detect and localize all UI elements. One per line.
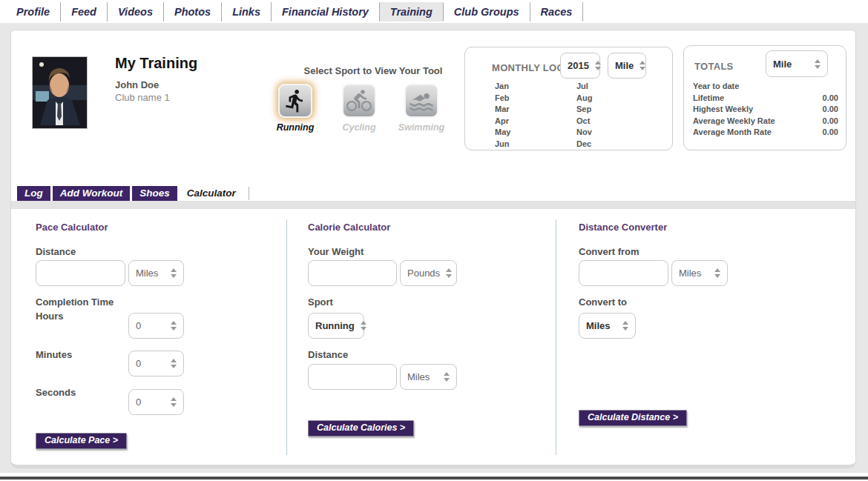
totals-label: Lifetime xyxy=(693,93,724,105)
page-title: My Training xyxy=(115,55,197,72)
month-mar: Mar xyxy=(495,104,510,116)
totals-title: TOTALS xyxy=(694,61,734,72)
weight-unit-select[interactable]: Pounds xyxy=(400,260,457,286)
month-jun: Jun xyxy=(495,139,510,150)
spinner-arrows-icon xyxy=(595,61,601,70)
seconds-select[interactable]: 0 xyxy=(128,389,184,415)
tab-training-label: Training xyxy=(390,6,433,18)
month-feb: Feb xyxy=(495,93,510,105)
swimming-icon[interactable] xyxy=(404,84,438,118)
tab-financial-history[interactable]: Financial History xyxy=(272,2,380,21)
running-icon[interactable] xyxy=(278,84,312,118)
tab-videos[interactable]: Videos xyxy=(108,2,164,21)
totals-label: Average Weekly Rate xyxy=(693,116,775,127)
tab-financial-history-label: Financial History xyxy=(282,6,369,18)
totals-value: 0.00 xyxy=(823,93,838,105)
month-sep: Sep xyxy=(576,104,592,116)
sport-value: Running xyxy=(315,320,355,331)
spinner-arrows-icon xyxy=(171,397,177,407)
months-column-2: Jul Aug Sep Oct Nov Dec xyxy=(576,81,592,150)
subtab-add-workout-label: Add Workout xyxy=(60,188,123,199)
minutes-select[interactable]: 0 xyxy=(128,351,184,376)
tab-photos-label: Photos xyxy=(174,6,211,18)
swimmer-glyph xyxy=(409,88,434,113)
calorie-distance-unit-select[interactable]: Miles xyxy=(400,364,457,390)
totals-label: Highest Weekly xyxy=(693,104,753,116)
calorie-distance-unit-value: Miles xyxy=(407,371,430,382)
page: Profile Feed Videos Photos Links Financi… xyxy=(0,0,868,481)
convert-to-unit-value: Miles xyxy=(586,320,611,331)
tab-feed[interactable]: Feed xyxy=(61,2,108,21)
swimming-label: Swimming xyxy=(395,122,447,133)
section-gap xyxy=(11,201,855,209)
subtab-log[interactable]: Log xyxy=(17,186,50,201)
tab-links-label: Links xyxy=(232,6,260,18)
sport-label: Sport xyxy=(308,296,333,308)
subtab-shoes-label: Shoes xyxy=(139,188,170,199)
pace-distance-unit-select[interactable]: Miles xyxy=(128,260,184,286)
completion-time-label: Completion Time xyxy=(36,296,114,308)
runner-glyph xyxy=(283,88,308,113)
pace-distance-input[interactable] xyxy=(36,260,125,286)
pace-distance-unit-value: Miles xyxy=(136,268,158,279)
convert-from-input[interactable] xyxy=(579,260,668,286)
subtab-calculator[interactable]: Calculator xyxy=(180,186,243,201)
subtab-add-workout[interactable]: Add Workout xyxy=(53,186,131,201)
spinner-arrows-icon xyxy=(622,321,628,331)
spinner-arrows-icon xyxy=(171,359,177,368)
subtab-shoes[interactable]: Shoes xyxy=(132,186,177,201)
tab-links[interactable]: Links xyxy=(222,2,272,21)
month-nov: Nov xyxy=(576,127,592,139)
year-value: 2015 xyxy=(568,60,589,71)
totals-unit-select[interactable]: Mile xyxy=(766,50,828,77)
column-divider xyxy=(286,219,287,455)
bottom-divider xyxy=(0,477,868,480)
tab-photos[interactable]: Photos xyxy=(164,2,222,21)
monthly-log-year-select[interactable]: 2015 xyxy=(560,53,600,79)
subtab-separator xyxy=(249,187,249,200)
minutes-label: Minutes xyxy=(36,349,72,360)
totals-label: Year to date xyxy=(693,81,739,93)
tab-training[interactable]: Training xyxy=(380,2,444,21)
calorie-distance-input[interactable] xyxy=(308,364,397,390)
monthly-log-box: MONTHLY LOG 2015 Mile Jan Feb Mar Apr Ma… xyxy=(464,47,673,150)
calculate-calories-button[interactable]: Calculate Calories > xyxy=(308,420,414,437)
your-weight-label: Your Weight xyxy=(308,246,364,257)
totals-row-lifetime: Lifetime 0.00 xyxy=(693,93,838,105)
club-name: Club name 1 xyxy=(115,92,170,103)
subtab-log-label: Log xyxy=(24,188,43,199)
tab-profile-label: Profile xyxy=(16,6,50,18)
tab-club-groups[interactable]: Club Groups xyxy=(444,2,530,21)
spinner-arrows-icon xyxy=(446,268,452,278)
seconds-label: Seconds xyxy=(36,387,76,398)
cycling-label: Cycling xyxy=(333,122,385,133)
weight-input[interactable] xyxy=(308,260,397,286)
calculate-pace-button[interactable]: Calculate Pace > xyxy=(36,433,127,449)
totals-box: TOTALS Mile Year to date Lifetime 0.00 xyxy=(683,45,846,150)
calorie-distance-label: Distance xyxy=(308,349,348,360)
tab-races[interactable]: Races xyxy=(530,2,584,21)
cycling-icon[interactable] xyxy=(342,84,376,118)
calculator-section: Pace Calculator Distance Miles Completio… xyxy=(11,209,855,465)
avatar xyxy=(32,56,88,129)
totals-label: Average Month Rate xyxy=(693,127,772,139)
monthly-log-unit-select[interactable]: Mile xyxy=(608,53,646,79)
convert-to-unit-select[interactable]: Miles xyxy=(579,313,636,339)
calculate-distance-button[interactable]: Calculate Distance > xyxy=(579,410,687,426)
pace-calculator-title: Pace Calculator xyxy=(36,222,108,233)
month-jan: Jan xyxy=(495,81,510,93)
spinner-arrows-icon xyxy=(640,61,645,70)
convert-to-label: Convert to xyxy=(579,296,627,308)
tab-profile[interactable]: Profile xyxy=(6,2,61,21)
hours-value: 0 xyxy=(136,320,141,331)
totals-row-year-to-date: Year to date xyxy=(693,81,838,93)
spinner-arrows-icon xyxy=(714,268,720,278)
convert-from-unit-select[interactable]: Miles xyxy=(671,260,728,286)
spinner-arrows-icon xyxy=(171,268,177,278)
running-label: Running xyxy=(269,122,321,133)
subtab-calculator-label: Calculator xyxy=(187,188,236,199)
column-divider xyxy=(556,219,556,455)
month-jul: Jul xyxy=(576,81,592,93)
sport-select[interactable]: Running xyxy=(308,313,364,339)
hours-select[interactable]: 0 xyxy=(128,313,184,339)
